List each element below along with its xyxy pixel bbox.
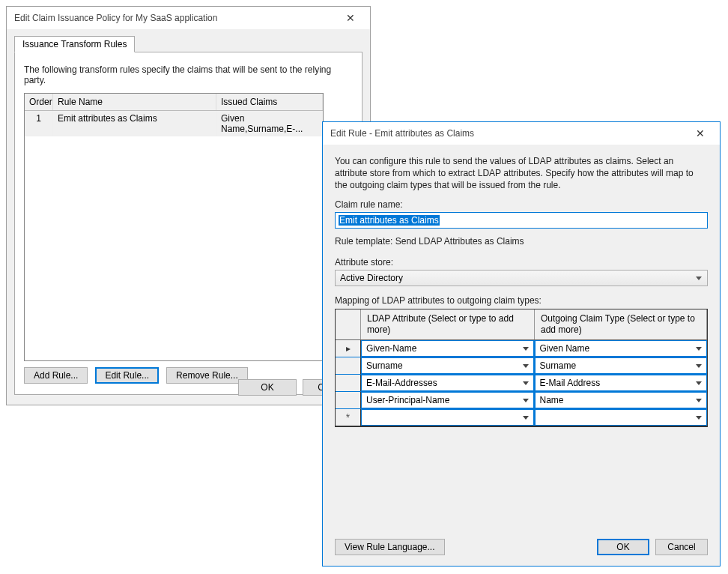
ok-button[interactable]: OK: [238, 379, 297, 396]
row-selector-icon[interactable]: [336, 392, 361, 408]
claim-type-select[interactable]: Given Name: [535, 340, 708, 357]
claim-type-select[interactable]: E-Mail Address: [535, 375, 708, 391]
policy-window: Edit Claim Issuance Policy for My SaaS a…: [6, 6, 371, 405]
label-claim-rule-name: Claim rule name:: [335, 199, 708, 210]
col-ldap-attribute: LDAP Attribute (Select or type to add mo…: [361, 309, 535, 339]
row-selector-icon[interactable]: [336, 375, 361, 391]
cell-issued-claims: Given Name,Surname,E-...: [216, 111, 323, 136]
policy-title: Edit Claim Issuance Policy for My SaaS a…: [14, 13, 336, 23]
col-order: Order: [25, 94, 53, 110]
cell-order: 1: [25, 111, 53, 136]
claim-type-select[interactable]: Surname: [535, 357, 708, 374]
label-attribute-store: Attribute store:: [335, 257, 708, 268]
new-row-icon[interactable]: *: [336, 409, 361, 426]
attribute-store-select[interactable]: Active Directory: [335, 270, 708, 286]
rules-table-header: Order Rule Name Issued Claims: [25, 94, 323, 111]
row-selector-icon[interactable]: [336, 357, 361, 374]
mapping-new-row[interactable]: *: [336, 409, 707, 426]
close-icon[interactable]: ✕: [336, 8, 365, 28]
mapping-grid-header: LDAP Attribute (Select or type to add mo…: [336, 309, 707, 340]
label-rule-template: Rule template: Send LDAP Attributes as C…: [335, 236, 708, 247]
claim-type-select[interactable]: Name: [535, 392, 708, 408]
rules-description: The following transform rules specify th…: [24, 64, 353, 85]
tab-panel: The following transform rules specify th…: [14, 52, 363, 395]
table-row[interactable]: 1 Emit attributes as Claims Given Name,S…: [25, 111, 323, 136]
label-mapping: Mapping of LDAP attributes to outgoing c…: [335, 295, 708, 306]
edit-rule-titlebar: Edit Rule - Emit attributes as Claims ✕: [323, 122, 720, 145]
col-rule-name: Rule Name: [53, 94, 216, 110]
mapping-grid: LDAP Attribute (Select or type to add mo…: [335, 309, 708, 427]
col-outgoing-claim: Outgoing Claim Type (Select or type to a…: [535, 309, 707, 339]
row-header-corner: [336, 309, 361, 339]
ok-button[interactable]: OK: [597, 539, 649, 555]
attribute-store-value: Active Directory: [340, 273, 403, 283]
ldap-attr-select[interactable]: [361, 409, 534, 426]
mapping-row[interactable]: Surname Surname: [336, 357, 707, 375]
claim-type-select[interactable]: [535, 409, 708, 426]
ldap-attr-select[interactable]: E-Mail-Addresses: [361, 375, 534, 391]
cancel-button[interactable]: Cancel: [655, 539, 708, 555]
mapping-row[interactable]: ▸ Given-Name Given Name: [336, 340, 707, 357]
policy-titlebar: Edit Claim Issuance Policy for My SaaS a…: [7, 7, 370, 29]
view-rule-language-button[interactable]: View Rule Language...: [335, 539, 445, 555]
edit-rule-window: Edit Rule - Emit attributes as Claims ✕ …: [322, 121, 721, 567]
cell-rule-name: Emit attributes as Claims: [53, 111, 216, 136]
ldap-attr-select[interactable]: User-Principal-Name: [361, 392, 534, 408]
close-icon[interactable]: ✕: [685, 124, 715, 143]
add-rule-button[interactable]: Add Rule...: [24, 367, 88, 384]
ldap-attr-select[interactable]: Given-Name: [361, 340, 534, 357]
ldap-attr-select[interactable]: Surname: [361, 357, 534, 374]
col-issued-claims: Issued Claims: [216, 94, 323, 110]
claim-rule-name-input[interactable]: Emit attributes as Claims: [335, 212, 708, 229]
edit-rule-button[interactable]: Edit Rule...: [95, 367, 159, 384]
remove-rule-button[interactable]: Remove Rule...: [166, 367, 248, 384]
rules-table[interactable]: Order Rule Name Issued Claims 1 Emit att…: [24, 93, 324, 361]
mapping-row[interactable]: User-Principal-Name Name: [336, 392, 707, 409]
edit-rule-title: Edit Rule - Emit attributes as Claims: [330, 128, 685, 139]
row-selector-icon[interactable]: ▸: [336, 340, 361, 357]
edit-rule-intro: You can configure this rule to send the …: [335, 155, 708, 192]
claim-rule-name-value: Emit attributes as Claims: [339, 215, 440, 226]
tab-issuance-transform-rules[interactable]: Issuance Transform Rules: [14, 36, 135, 52]
mapping-row[interactable]: E-Mail-Addresses E-Mail Address: [336, 375, 707, 392]
